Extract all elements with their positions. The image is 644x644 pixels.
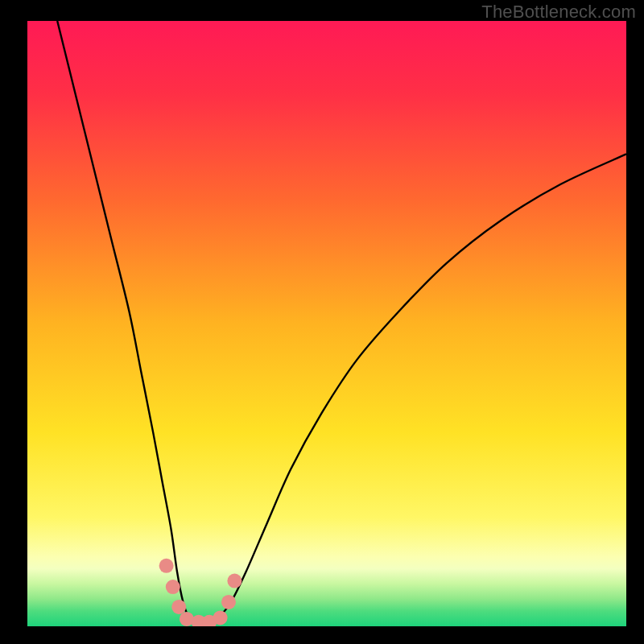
highlight-dot [159,559,174,573]
background-gradient [27,21,626,626]
highlight-dot [221,595,236,609]
plot-area [27,21,626,626]
plot-svg [27,21,626,626]
highlight-dot [166,580,180,594]
highlight-dot [227,574,242,588]
highlight-dot [213,610,228,625]
watermark-text: TheBottleneck.com [481,2,636,23]
chart-frame: TheBottleneck.com [0,0,644,644]
highlight-dot [171,600,186,614]
